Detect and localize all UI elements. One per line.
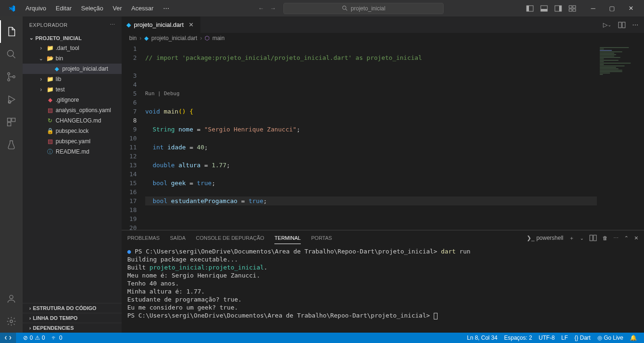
status-encoding[interactable]: UTF-8 bbox=[536, 335, 558, 341]
tab-projeto-inicial[interactable]: ◆ projeto_inicial.dart ✕ bbox=[122, 16, 201, 33]
svg-rect-20 bbox=[8, 122, 11, 126]
command-center-search[interactable]: projeto_inicial bbox=[283, 3, 444, 14]
layout-right-icon[interactable] bbox=[554, 5, 562, 12]
nav-forward-icon[interactable]: → bbox=[270, 5, 276, 12]
tree-folder-bin[interactable]: ⌄📂bin bbox=[23, 53, 122, 64]
bottom-panel: PROBLEMAS SAÍDA CONSOLE DE DEPURAÇÃO TER… bbox=[122, 230, 644, 333]
layout-left-icon[interactable] bbox=[526, 5, 534, 12]
timeline-section[interactable]: ›LINHA DO TEMPO bbox=[23, 313, 122, 323]
layout-bottom-icon[interactable] bbox=[540, 5, 548, 12]
activity-settings-icon[interactable] bbox=[0, 310, 23, 333]
maximize-panel-icon[interactable]: ⌃ bbox=[624, 235, 628, 241]
compare-icon[interactable] bbox=[618, 21, 626, 29]
sidebar-title: EXPLORADOR bbox=[29, 22, 67, 28]
panel-tab-saida[interactable]: SAÍDA bbox=[170, 232, 185, 244]
menu-overflow[interactable]: ⋯ bbox=[159, 3, 173, 14]
status-language[interactable]: {} Dart bbox=[571, 335, 594, 341]
status-notifications-icon[interactable]: 🔔 bbox=[627, 335, 640, 341]
activity-testing-icon[interactable] bbox=[0, 133, 23, 156]
tree-file-pubspec-yaml[interactable]: ▤pubspec.yaml bbox=[23, 136, 122, 147]
status-cursor[interactable]: Ln 8, Col 34 bbox=[464, 335, 501, 341]
chevron-right-icon: › bbox=[29, 315, 31, 321]
tree-file-gitignore[interactable]: ◆.gitignore bbox=[23, 95, 122, 105]
project-root[interactable]: ⌄ PROJETO_INICIAL bbox=[23, 33, 122, 43]
new-terminal-icon[interactable]: ＋ bbox=[569, 235, 574, 242]
activity-extensions-icon[interactable] bbox=[0, 111, 23, 133]
tree-file-readme[interactable]: ⓘREADME.md bbox=[23, 147, 122, 157]
svg-rect-3 bbox=[527, 6, 529, 11]
panel-tab-terminal[interactable]: TERMINAL bbox=[274, 232, 301, 244]
tree-folder-dart-tool[interactable]: ›📁.dart_tool bbox=[23, 43, 122, 53]
symbol-method-icon: ⬡ bbox=[205, 35, 209, 41]
minimap[interactable] bbox=[597, 43, 644, 230]
code-content[interactable]: // import 'package:projeto_inicial/proje… bbox=[145, 43, 597, 230]
activity-debug-icon[interactable] bbox=[0, 88, 23, 111]
status-bar: ⊘0 ⚠0 ᯤ0 Ln 8, Col 34 Espaços: 2 UTF-8 L… bbox=[0, 333, 644, 343]
tree-file-projeto-inicial-dart[interactable]: ◆projeto_inicial.dart bbox=[23, 64, 122, 74]
activity-explorer-icon[interactable] bbox=[0, 20, 23, 43]
outline-section[interactable]: ›ESTRUTURA DO CÓDIGO bbox=[23, 303, 122, 313]
terminal-dropdown-icon[interactable]: ⌄ bbox=[580, 236, 584, 241]
chevron-right-icon: › bbox=[38, 86, 44, 93]
menu-acessar[interactable]: Acessar bbox=[128, 3, 157, 14]
sidebar-more-icon[interactable]: ⋯ bbox=[110, 22, 116, 28]
split-terminal-icon[interactable] bbox=[589, 234, 597, 242]
tree-file-analysis-options[interactable]: ▤analysis_options.yaml bbox=[23, 105, 122, 115]
activity-account-icon[interactable] bbox=[0, 287, 23, 310]
activity-git-icon[interactable] bbox=[0, 65, 23, 88]
svg-rect-26 bbox=[594, 235, 596, 241]
panel-tab-console[interactable]: CONSOLE DE DEPURAÇÃO bbox=[196, 232, 264, 244]
tree-folder-test[interactable]: ›📁test bbox=[23, 84, 122, 95]
dart-file-icon: ◆ bbox=[53, 65, 60, 72]
close-panel-icon[interactable]: ✕ bbox=[634, 235, 638, 241]
layout-customize-icon[interactable] bbox=[569, 5, 576, 12]
run-debug-icon[interactable]: ▷⌄ bbox=[603, 21, 611, 28]
status-ports[interactable]: ᯤ0 bbox=[48, 335, 66, 341]
shell-icon: ❯_ bbox=[527, 235, 535, 241]
panel-more-icon[interactable]: ⋯ bbox=[613, 235, 619, 241]
antenna-icon: ᯤ bbox=[51, 335, 57, 341]
panel-tab-portas[interactable]: PORTAS bbox=[311, 232, 332, 244]
svg-line-13 bbox=[13, 56, 16, 58]
tree-file-changelog[interactable]: ↻CHANGELOG.md bbox=[23, 115, 122, 126]
tree-file-pubspec-lock[interactable]: 🔒pubspec.lock bbox=[23, 126, 122, 136]
codelens-run-debug[interactable]: Run | Debug bbox=[145, 89, 597, 98]
svg-point-15 bbox=[8, 79, 10, 81]
activity-bar bbox=[0, 16, 23, 333]
status-eol[interactable]: LF bbox=[558, 335, 571, 341]
chevron-right-icon: › bbox=[200, 35, 202, 41]
title-bar: Arquivo Editar Seleção Ver Acessar ⋯ ← →… bbox=[0, 0, 644, 16]
status-golive[interactable]: ◎Go Live bbox=[594, 335, 627, 341]
svg-rect-7 bbox=[559, 6, 561, 11]
menu-selecao[interactable]: Seleção bbox=[77, 3, 107, 14]
folder-icon: 📁 bbox=[46, 76, 54, 82]
menu-arquivo[interactable]: Arquivo bbox=[22, 3, 50, 14]
sidebar-explorer: EXPLORADOR ⋯ ⌄ PROJETO_INICIAL ›📁.dart_t… bbox=[23, 16, 122, 333]
more-actions-icon[interactable]: ⋯ bbox=[632, 21, 638, 28]
tree-folder-lib[interactable]: ›📁lib bbox=[23, 74, 122, 84]
maximize-button[interactable]: ▢ bbox=[603, 0, 621, 16]
panel-tab-problemas[interactable]: PROBLEMAS bbox=[127, 232, 159, 244]
minimize-button[interactable]: ─ bbox=[584, 0, 603, 16]
status-errors[interactable]: ⊘0 ⚠0 bbox=[20, 335, 48, 341]
menu-editar[interactable]: Editar bbox=[52, 3, 75, 14]
editor-body[interactable]: 123456789101112131415161718192021 // imp… bbox=[122, 43, 644, 230]
kill-terminal-icon[interactable]: 🗑 bbox=[603, 235, 608, 241]
breadcrumbs[interactable]: bin › ◆ projeto_inicial.dart › ⬡ main bbox=[122, 33, 644, 43]
remote-indicator-icon[interactable] bbox=[0, 333, 16, 343]
svg-rect-25 bbox=[590, 235, 593, 241]
dependencies-section[interactable]: ›DEPENDENCIES bbox=[23, 323, 122, 333]
activity-search-icon[interactable] bbox=[0, 43, 23, 65]
svg-point-21 bbox=[9, 295, 13, 299]
close-tab-icon[interactable]: ✕ bbox=[187, 21, 196, 28]
chevron-right-icon: › bbox=[38, 76, 44, 82]
nav-back-icon[interactable]: ← bbox=[258, 5, 264, 12]
folder-icon: 📁 bbox=[46, 86, 54, 93]
terminal-shell-label[interactable]: ❯_ powershell bbox=[527, 235, 563, 241]
close-button[interactable]: ✕ bbox=[621, 0, 640, 16]
line-numbers: 123456789101112131415161718192021 bbox=[122, 43, 145, 230]
dart-file-icon: ◆ bbox=[144, 35, 149, 41]
terminal-output[interactable]: ● PS C:\Users\sergi\OneDrive\Documentos\… bbox=[122, 245, 644, 333]
status-spaces[interactable]: Espaços: 2 bbox=[501, 335, 535, 341]
menu-ver[interactable]: Ver bbox=[109, 3, 126, 14]
